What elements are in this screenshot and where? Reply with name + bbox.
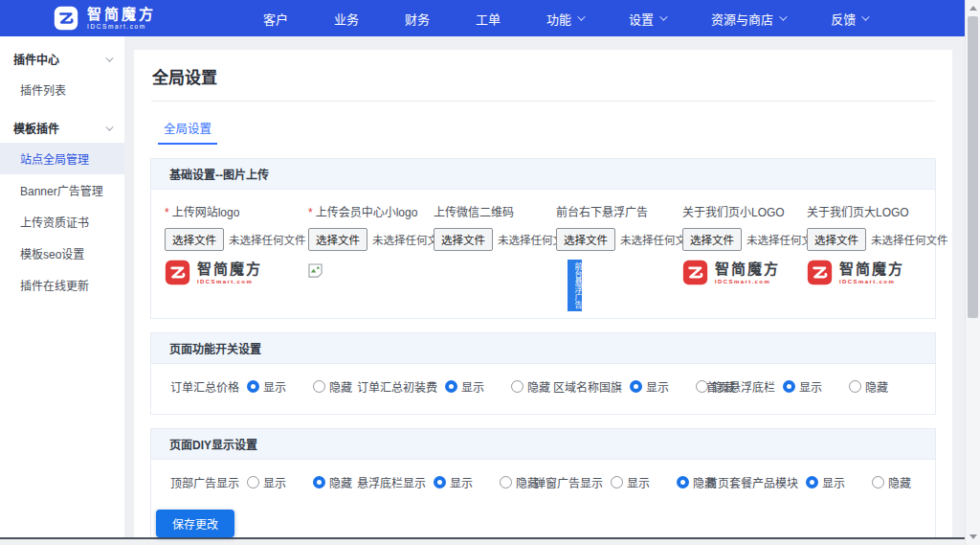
upload-field-about-small-logo: 关于我们页小LOGO 选择文件 未选择任何文件 智简魔方IDCSmart.com [675,203,799,304]
section-header: 页面功能开关设置 [151,333,935,364]
radio-icon [806,476,818,488]
choose-file-button[interactable]: 选择文件 [807,228,866,251]
radio-show[interactable]: 显示 [611,474,650,490]
sidebar-item-plugin-list[interactable]: 插件列表 [0,74,124,105]
radio-show[interactable]: 显示 [783,378,822,395]
section-header: 基础设置--图片上传 [151,159,935,190]
brand-subtitle: IDCSmart.com [87,24,156,31]
top-navbar: 智简魔方 IDCSmart.com 客户 业务 财务 工单 功能 设置 资源与商… [0,0,965,36]
divider [151,101,935,102]
choose-file-button[interactable]: 选择文件 [682,228,742,251]
chevron-down-icon [105,123,113,130]
chevron-down-icon [659,12,667,20]
radio-icon [434,476,446,488]
content-card: 全局设置 全局设置 基础设置--图片上传 *上传网站logo 选择文件 未选择任… [134,50,952,545]
radio-icon [313,476,325,488]
nav-menu: 客户 业务 财务 工单 功能 设置 资源与商店 反馈 [240,0,890,36]
nav-item-settings[interactable]: 设置 [606,0,688,36]
nav-item-resources-store[interactable]: 资源与商店 [688,0,808,36]
sidebar-item-upload-certificates[interactable]: 上传资质证书 [0,206,124,238]
sidebar-group-plugin-center[interactable]: 插件中心 [0,36,124,74]
radio-icon [630,380,642,393]
vertical-scrollbar[interactable] [965,0,980,545]
nav-item-finance[interactable]: 财务 [382,0,453,36]
section-header: 页面DIY显示设置 [151,429,935,460]
toggle-popup-ad-display: 弹窗广告显示 显示 隐藏 [534,474,706,490]
toggle-region-name-flag: 区域名称国旗 显示 隐藏 [553,378,706,395]
file-status: 未选择任何文件 [229,232,306,247]
nav-item-tickets[interactable]: 工单 [453,0,523,36]
tab-global-settings[interactable]: 全局设置 [158,112,217,145]
scrollbar-down-arrow-icon[interactable] [969,534,977,539]
tab-bar: 全局设置 [150,112,936,145]
chevron-down-icon [861,12,869,20]
sidebar-item-plugin-online-update[interactable]: 插件在线更新 [0,269,124,301]
sidebar-group-template-plugins[interactable]: 模板插件 [0,105,124,143]
radio-hide[interactable]: 隐藏 [313,378,352,395]
file-status: 未选择任何文件 [871,232,948,247]
brand-logo-icon [54,6,78,31]
required-asterisk: * [165,206,169,219]
radio-icon [677,476,689,488]
nav-item-feedback[interactable]: 反馈 [808,0,890,36]
floating-ad-preview: 前台悬浮广告 [568,260,582,311]
upload-field-member-center-logo: *上传会员中心小logo 选择文件 未选择任何文件 [301,203,426,304]
radio-icon [611,476,623,488]
upload-field-about-large-logo: 关于我们页大LOGO 选择文件 未选择任何文件 智简魔方IDCSmart.com [799,203,933,304]
choose-file-button[interactable]: 选择文件 [434,228,493,251]
radio-hide[interactable]: 隐藏 [511,378,550,395]
window-bottom-edge [0,537,980,545]
radio-icon [313,380,325,393]
required-asterisk: * [308,206,313,219]
choose-file-button[interactable]: 选择文件 [556,228,615,251]
scrollbar-up-arrow-icon[interactable] [969,6,977,11]
sidebar-item-template-seo[interactable]: 模板seo设置 [0,238,124,269]
logo-icon [165,260,190,285]
sidebar-item-site-global-management[interactable]: 站点全局管理 [0,143,124,174]
radio-show[interactable]: 显示 [247,474,286,490]
chevron-down-icon [779,12,787,20]
upload-field-floating-ad: 前台右下悬浮广告 选择文件 未选择任何文件 前台悬浮广告 [548,203,675,304]
choose-file-button[interactable]: 选择文件 [165,228,224,251]
upload-field-site-logo: *上传网站logo 选择文件 未选择任何文件 智简魔方IDCSmart.com [157,203,301,304]
toggle-home-package-module: 首页套餐产品模块 显示 隐藏 [706,474,938,490]
radio-hide[interactable]: 隐藏 [313,474,352,490]
nav-item-business[interactable]: 业务 [311,0,382,36]
save-changes-button[interactable]: 保存更改 [156,510,234,537]
radio-show[interactable]: 显示 [806,474,845,490]
radio-hide[interactable]: 隐藏 [849,378,888,395]
toggle-order-summary-setup-fee: 订单汇总初装费 显示 隐藏 [357,378,553,395]
toggle-order-summary-price: 订单汇总价格 显示 隐藏 [170,378,357,395]
brand-logo[interactable]: 智简魔方 IDCSmart.com [54,6,156,31]
section-page-switches: 页面功能开关设置 订单汇总价格 显示 隐藏 订单汇总初装费 显示 隐藏 区域名称… [150,332,936,415]
logo-preview-image: 智简魔方IDCSmart.com [682,260,799,285]
nav-item-features[interactable]: 功能 [523,0,606,36]
radio-icon [783,380,795,393]
radio-show[interactable]: 显示 [630,378,669,395]
radio-show[interactable]: 显示 [445,378,484,395]
radio-hide[interactable]: 隐藏 [500,474,539,490]
chevron-down-icon [577,12,585,20]
radio-hide[interactable]: 隐藏 [872,474,911,490]
radio-icon [872,476,884,488]
sidebar-item-banner-ad-management[interactable]: Banner广告管理 [0,174,124,206]
radio-show[interactable]: 显示 [434,474,473,490]
logo-icon [682,260,708,285]
radio-icon [247,476,259,488]
radio-show[interactable]: 显示 [247,378,286,395]
logo-icon [807,260,833,285]
radio-icon [511,380,523,393]
radio-icon [445,380,457,393]
scrollbar-thumb[interactable] [968,16,978,318]
page-title: 全局设置 [150,50,936,101]
toggle-top-ad-display: 顶部广告显示 显示 隐藏 [170,474,357,490]
toggle-home-floating-bar: 首页悬浮底栏 显示 隐藏 [706,378,915,395]
broken-image-icon [308,263,323,278]
choose-file-button[interactable]: 选择文件 [308,228,368,251]
toggle-floating-bottom-bar-display: 悬浮底栏显示 显示 隐藏 [357,474,534,490]
nav-item-customers[interactable]: 客户 [240,0,311,36]
logo-preview-image: 智简魔方IDCSmart.com [807,260,933,285]
radio-icon [500,476,512,488]
upload-field-wechat-qrcode: 上传微信二维码 选择文件 未选择任何文件 [426,203,548,304]
section-diy-display: 页面DIY显示设置 顶部广告显示 显示 隐藏 悬浮底栏显示 显示 隐藏 弹窗广告… [150,428,936,545]
